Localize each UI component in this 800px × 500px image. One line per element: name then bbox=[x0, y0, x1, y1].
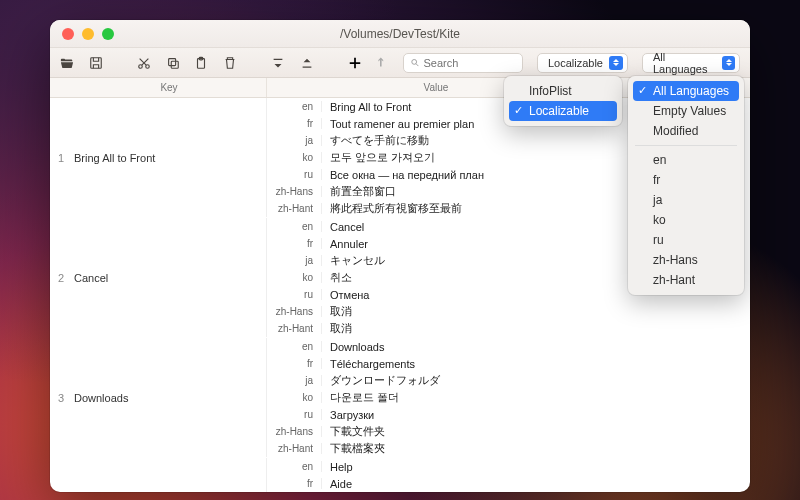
value-cell: Aide bbox=[322, 478, 750, 490]
menu-item[interactable]: ko bbox=[633, 210, 739, 230]
menu-item[interactable]: fr bbox=[633, 170, 739, 190]
value-row[interactable]: enHelp bbox=[267, 458, 750, 475]
search-field[interactable] bbox=[403, 53, 523, 73]
search-icon bbox=[410, 57, 420, 68]
value-cell: 다운로드 폴더 bbox=[322, 390, 750, 405]
value-cell: Téléchargements bbox=[322, 358, 750, 370]
app-window: /Volumes/DevTest/Kite Localizable All La… bbox=[50, 20, 750, 492]
menu-item[interactable]: InfoPlist bbox=[509, 81, 617, 101]
search-input[interactable] bbox=[423, 57, 515, 69]
lang-label: zh-Hant bbox=[267, 323, 322, 334]
value-row[interactable]: zh-Hans取消 bbox=[267, 303, 750, 320]
lang-label: ja bbox=[267, 135, 322, 146]
save-icon[interactable] bbox=[89, 55, 104, 71]
row-index: 4 bbox=[50, 458, 72, 492]
lang-label: ko bbox=[267, 152, 322, 163]
paste-icon[interactable] bbox=[194, 55, 209, 71]
svg-point-2 bbox=[146, 64, 150, 68]
value-row[interactable]: jaダウンロードフォルダ bbox=[267, 372, 750, 389]
row-index: 1 bbox=[50, 98, 72, 217]
lang-label: fr bbox=[267, 478, 322, 489]
menu-item[interactable]: ru bbox=[633, 230, 739, 250]
lang-label: zh-Hans bbox=[267, 306, 322, 317]
lang-label: ja bbox=[267, 375, 322, 386]
menu-item[interactable]: zh-Hant bbox=[633, 270, 739, 290]
menu-item[interactable]: Localizable bbox=[509, 101, 617, 121]
value-cell: 取消 bbox=[322, 321, 750, 336]
language-dropdown-menu: All LanguagesEmpty ValuesModifiedenfrjak… bbox=[628, 76, 744, 295]
row-key: Downloads bbox=[72, 338, 267, 457]
collapse-all-icon[interactable] bbox=[271, 55, 286, 71]
lang-label: zh-Hant bbox=[267, 203, 322, 214]
cut-icon[interactable] bbox=[137, 55, 152, 71]
menu-item[interactable]: ja bbox=[633, 190, 739, 210]
value-row[interactable]: zh-Hans下載文件夹 bbox=[267, 423, 750, 440]
svg-rect-3 bbox=[168, 58, 175, 65]
lang-label: fr bbox=[267, 238, 322, 249]
expand-all-icon[interactable] bbox=[299, 55, 314, 71]
menu-item[interactable]: Modified bbox=[633, 121, 739, 141]
value-cell: 下載文件夹 bbox=[322, 424, 750, 439]
value-cell: Help bbox=[322, 461, 750, 473]
menu-item[interactable]: All Languages bbox=[633, 81, 739, 101]
svg-rect-0 bbox=[91, 57, 102, 68]
lang-label: fr bbox=[267, 358, 322, 369]
value-row[interactable]: frAide bbox=[267, 475, 750, 492]
value-row[interactable]: enDownloads bbox=[267, 338, 750, 355]
lang-label: ru bbox=[267, 169, 322, 180]
sort-icon[interactable] bbox=[376, 56, 389, 69]
row-index: 2 bbox=[50, 218, 72, 337]
lang-label: ko bbox=[267, 392, 322, 403]
lang-label: en bbox=[267, 461, 322, 472]
add-icon[interactable] bbox=[347, 55, 362, 71]
lang-label: en bbox=[267, 101, 322, 112]
lang-label: fr bbox=[267, 118, 322, 129]
column-header-key[interactable]: Key bbox=[72, 78, 267, 97]
language-dropdown-label: All Languages bbox=[653, 51, 716, 75]
menu-item[interactable]: Empty Values bbox=[633, 101, 739, 121]
row-key: Cancel bbox=[72, 218, 267, 337]
value-cell: 下載檔案夾 bbox=[322, 441, 750, 456]
file-dropdown-menu: InfoPlistLocalizable bbox=[504, 76, 622, 126]
row-index: 3 bbox=[50, 338, 72, 457]
file-dropdown-label: Localizable bbox=[548, 57, 603, 69]
value-row[interactable]: ko다운로드 폴더 bbox=[267, 389, 750, 406]
chevron-updown-icon bbox=[722, 56, 735, 70]
value-cell: 取消 bbox=[322, 304, 750, 319]
svg-point-1 bbox=[139, 64, 143, 68]
lang-label: zh-Hant bbox=[267, 443, 322, 454]
chevron-updown-icon bbox=[609, 56, 623, 70]
lang-label: ru bbox=[267, 289, 322, 300]
menu-item[interactable]: zh-Hans bbox=[633, 250, 739, 270]
file-dropdown[interactable]: Localizable bbox=[537, 53, 628, 73]
lang-label: en bbox=[267, 221, 322, 232]
open-icon[interactable] bbox=[60, 55, 75, 71]
copy-icon[interactable] bbox=[165, 55, 180, 71]
toolbar: Localizable All Languages bbox=[50, 48, 750, 78]
lang-label: ko bbox=[267, 272, 322, 283]
window-title: /Volumes/DevTest/Kite bbox=[50, 27, 750, 41]
svg-point-7 bbox=[412, 60, 417, 65]
menu-item[interactable]: en bbox=[633, 150, 739, 170]
lang-label: ru bbox=[267, 409, 322, 420]
value-cell: Downloads bbox=[322, 341, 750, 353]
value-cell: ダウンロードフォルダ bbox=[322, 373, 750, 388]
value-row[interactable]: frTéléchargements bbox=[267, 355, 750, 372]
row-key: Help bbox=[72, 458, 267, 492]
titlebar: /Volumes/DevTest/Kite bbox=[50, 20, 750, 48]
table-row[interactable]: 4HelpenHelpfrAidejaヘルプko도움말ruСправкаzh-H… bbox=[50, 458, 750, 492]
svg-rect-4 bbox=[171, 61, 178, 68]
table-row[interactable]: 3DownloadsenDownloadsfrTéléchargementsja… bbox=[50, 338, 750, 458]
lang-label: ja bbox=[267, 255, 322, 266]
value-row[interactable]: zh-Hant取消 bbox=[267, 320, 750, 337]
lang-label: en bbox=[267, 341, 322, 352]
delete-icon[interactable] bbox=[223, 55, 238, 71]
value-row[interactable]: zh-Hant下載檔案夾 bbox=[267, 440, 750, 457]
row-key: Bring All to Front bbox=[72, 98, 267, 217]
language-dropdown[interactable]: All Languages bbox=[642, 53, 740, 73]
lang-label: zh-Hans bbox=[267, 426, 322, 437]
lang-label: zh-Hans bbox=[267, 186, 322, 197]
value-cell: Загрузки bbox=[322, 409, 750, 421]
value-row[interactable]: ruЗагрузки bbox=[267, 406, 750, 423]
